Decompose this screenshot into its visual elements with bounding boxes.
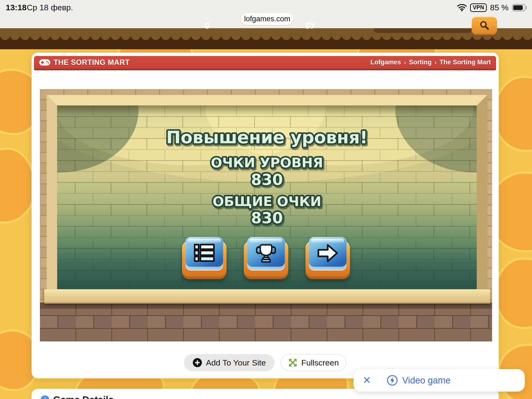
- status-time: 13:18: [6, 3, 26, 12]
- wifi-icon: [457, 4, 467, 11]
- button-face: [309, 237, 347, 270]
- video-game-popup: ✕ Video game: [354, 369, 525, 392]
- url-bar[interactable]: lofgames.com: [241, 13, 293, 25]
- background-blob: [496, 260, 532, 327]
- breadcrumb-sorting[interactable]: Sorting: [409, 59, 432, 66]
- search-icon: [479, 20, 490, 31]
- battery-icon: [512, 4, 528, 12]
- game-trophy-button[interactable]: [243, 237, 289, 279]
- add-to-site-label: Add To Your Site: [206, 358, 266, 367]
- brick-wall-brown: [40, 303, 492, 341]
- background-blob: [0, 150, 33, 222]
- status-icons: VPN 85 %: [457, 3, 528, 12]
- background-blob: [495, 78, 532, 150]
- site-search-button[interactable]: [472, 17, 497, 34]
- breadcrumb-lofgames[interactable]: Lofgames: [371, 59, 401, 66]
- status-date: Ср 18 февр.: [27, 3, 73, 12]
- button-gloss: [249, 239, 283, 243]
- battery-percent: 85 %: [490, 3, 509, 12]
- button-face: [185, 237, 223, 270]
- trophy-icon: [256, 243, 276, 263]
- url-text: lofgames.com: [244, 15, 290, 23]
- site-nav-fragment: gy: [305, 20, 316, 29]
- gamepad-icon: [39, 59, 50, 66]
- browser-chrome: 13:18 Ср 18 февр. lofgames.com VPN 85 %: [0, 0, 532, 28]
- vpn-badge: VPN: [470, 3, 487, 12]
- game-menu-button[interactable]: [182, 237, 227, 279]
- popup-close-button[interactable]: ✕: [363, 375, 371, 385]
- awning-scallops: [0, 36, 532, 42]
- breadcrumb: Lofgames › Sorting › The Sorting Mart: [371, 59, 491, 66]
- game-details-heading: Game Details: [53, 394, 114, 399]
- list-menu-icon: [194, 244, 215, 262]
- breadcrumb-separator: ›: [401, 59, 409, 66]
- button-gloss: [188, 239, 221, 243]
- action-row: Add To Your Site Fullscreen: [32, 354, 499, 371]
- add-to-site-button[interactable]: Add To Your Site: [184, 354, 275, 371]
- plus-circle-icon: [193, 358, 202, 367]
- wooden-sill: [44, 289, 490, 304]
- game-title-bar: THE SORTING MART Lofgames › Sorting › Th…: [34, 56, 496, 70]
- game-next-button[interactable]: [305, 237, 350, 279]
- game-button-row: [40, 237, 492, 279]
- fullscreen-label: Fullscreen: [301, 358, 339, 367]
- breadcrumb-separator: ›: [431, 59, 439, 66]
- button-face: [247, 237, 285, 270]
- fullscreen-button[interactable]: Fullscreen: [281, 354, 346, 371]
- button-gloss: [311, 239, 344, 243]
- arrow-right-icon: [317, 243, 338, 263]
- site-nav-fragment: g: [205, 20, 210, 29]
- game-title: THE SORTING MART: [54, 58, 130, 67]
- page: { "status_bar": { "time": "13:18", "date…: [0, 0, 532, 399]
- flash-icon: [387, 375, 398, 386]
- fullscreen-icon: [288, 358, 297, 367]
- info-icon: [41, 395, 49, 399]
- breadcrumb-current: The Sorting Mart: [440, 59, 491, 66]
- game-screen[interactable]: Повышение уровня! Повышение уровня! ОЧКИ…: [40, 89, 492, 341]
- video-game-link[interactable]: Video game: [402, 375, 450, 386]
